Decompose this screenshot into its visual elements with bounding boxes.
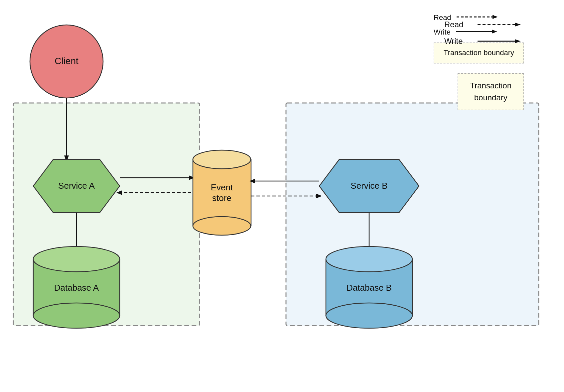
event-store-label2: store [212, 193, 231, 203]
transaction-boundary-text: Transactionboundary [470, 81, 512, 102]
read-line-icon [478, 21, 524, 28]
database-a-bottom [33, 303, 120, 328]
event-store-top [193, 150, 251, 169]
event-store-label: Event [211, 182, 233, 192]
database-a-label: Database A [54, 283, 99, 293]
service-a-label: Service A [58, 181, 95, 191]
read-text: Read [444, 20, 471, 29]
legend-arrows: Read Write [444, 20, 524, 46]
legend-read-row: Read [444, 20, 524, 29]
write-line-icon [478, 38, 524, 45]
legend-write-row: Write [444, 37, 524, 46]
database-a-top [33, 246, 120, 272]
diagram-container: Read Write Transaction boundary [0, 0, 564, 392]
service-b-label: Service B [351, 181, 387, 191]
database-b-label: Database B [347, 283, 392, 293]
event-store-bottom [193, 217, 251, 235]
database-b-bottom [326, 303, 412, 328]
architecture-diagram: Client Service A Event store [0, 0, 564, 392]
svg-marker-7 [515, 39, 521, 43]
database-b-top [326, 246, 412, 272]
client-label: Client [55, 56, 78, 66]
svg-marker-5 [515, 23, 521, 27]
transaction-boundary-box: Transactionboundary [458, 73, 524, 110]
write-text: Write [444, 37, 471, 46]
event-store-body [193, 159, 251, 226]
